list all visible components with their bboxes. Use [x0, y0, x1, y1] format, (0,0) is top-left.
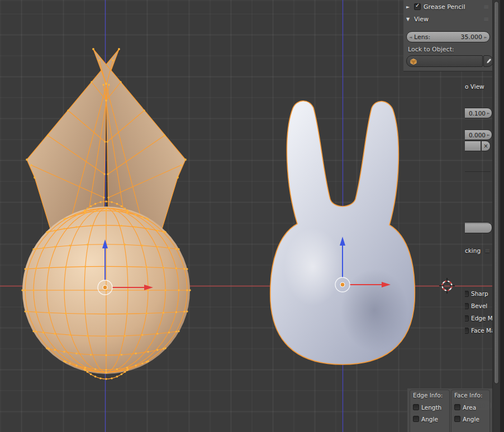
- face-area-checkbox[interactable]: [454, 404, 460, 410]
- lock-camera-to-view-label[interactable]: o View: [465, 83, 491, 90]
- clip-end-value: 0.000: [469, 132, 486, 138]
- face-angle-checkbox[interactable]: [454, 416, 460, 422]
- tracking-label: cking: [465, 247, 481, 254]
- motion-tracking-header[interactable]: cking ≡: [465, 246, 491, 255]
- edge-angle-label: Angle: [421, 416, 438, 423]
- panel-divider: [465, 223, 491, 224]
- face-marks-label: Face Ma: [471, 327, 492, 334]
- panel-divider: [465, 171, 491, 172]
- sharp-checkbox-row[interactable]: Sharp: [465, 290, 491, 297]
- face-marks-checkbox[interactable]: [465, 328, 469, 334]
- face-area-checkbox-row[interactable]: Area: [454, 401, 487, 413]
- view-label: View: [414, 16, 429, 23]
- panel-scrollbar[interactable]: [492, 0, 500, 432]
- sharp-label: Sharp: [471, 290, 488, 297]
- edge-length-checkbox-row[interactable]: Length: [413, 401, 446, 413]
- face-angle-checkbox-row[interactable]: Angle: [454, 413, 487, 425]
- bevel-label: Bevel: [471, 303, 487, 309]
- scrollbar-thumb[interactable]: [494, 1, 499, 384]
- grease-pencil-checkbox[interactable]: ✓: [414, 3, 421, 10]
- clip-end-field[interactable]: 0.000 ►: [465, 129, 492, 140]
- window-edge: [500, 0, 504, 432]
- edge-info-label: Edge Info:: [413, 392, 446, 399]
- clipped-value-field[interactable]: [465, 222, 492, 233]
- edge-marks-checkbox[interactable]: [465, 315, 469, 321]
- clip-start-field[interactable]: 0.100 ►: [465, 108, 492, 118]
- clear-object-button[interactable]: ×: [481, 141, 491, 151]
- edge-length-label: Length: [421, 404, 441, 411]
- edge-length-checkbox[interactable]: [413, 404, 419, 410]
- bevel-checkbox[interactable]: [465, 303, 469, 309]
- edge-marks-label: Edge Ma: [471, 315, 492, 321]
- expanded-arrow-icon: ▼: [406, 17, 411, 22]
- grease-pencil-label: Grease Pencil: [424, 3, 465, 11]
- check-icon: ✓: [415, 2, 420, 8]
- edge-info-group: Edge Info: Length Angle: [410, 390, 450, 432]
- blender-window: ► ✓ Grease Pencil ≡ ▼ View ≡ ◄ Lens: 35.…: [0, 0, 504, 432]
- stepper-right-icon[interactable]: ►: [487, 111, 490, 116]
- sharp-checkbox[interactable]: [465, 291, 469, 297]
- lens-label: Lens:: [414, 33, 461, 41]
- edge-angle-checkbox[interactable]: [413, 416, 419, 422]
- lock-to-object-label: Lock to Object:: [408, 46, 454, 53]
- mesh-info-panel: Edge Info: Length Angle Face Info: Area …: [407, 388, 492, 432]
- face-info-label: Face Info:: [454, 392, 487, 399]
- object-name-field[interactable]: [465, 141, 481, 151]
- mesh-cube-icon: [410, 57, 417, 65]
- bevel-checkbox-row[interactable]: Bevel: [465, 302, 491, 310]
- stepper-right-icon[interactable]: ►: [487, 133, 490, 137]
- edge-marks-checkbox-row[interactable]: Edge Ma: [465, 314, 491, 322]
- face-marks-checkbox-row[interactable]: Face Ma: [465, 327, 491, 334]
- panel-grip-icon[interactable]: ≡: [484, 247, 491, 255]
- collapsed-arrow-icon: ►: [406, 4, 411, 9]
- clipped-panel-widgets: o View 0.100 ► 0.000 ► × cking ≡ Sharp B…: [465, 0, 492, 432]
- face-info-group: Face Info: Area Angle: [451, 390, 490, 432]
- edge-angle-checkbox-row[interactable]: Angle: [413, 413, 446, 425]
- stepper-left-icon[interactable]: ◄: [409, 35, 412, 40]
- face-angle-label: Angle: [463, 416, 479, 423]
- clip-start-value: 0.100: [469, 110, 486, 117]
- face-area-label: Area: [463, 404, 476, 411]
